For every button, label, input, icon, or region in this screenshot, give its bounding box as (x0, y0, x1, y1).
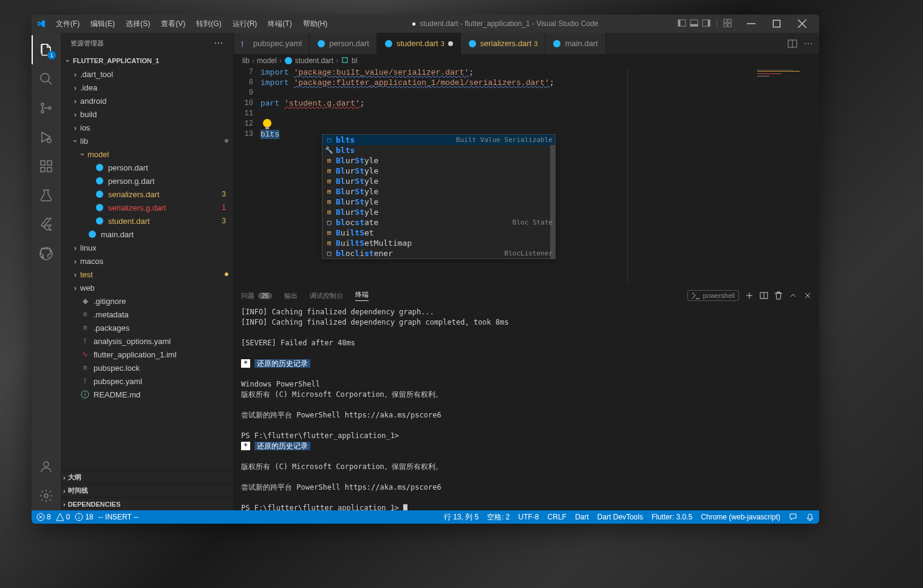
github-icon[interactable] (32, 239, 61, 268)
explorer-icon[interactable]: 1 (32, 35, 61, 64)
maximize-button[interactable] (765, 15, 789, 33)
editor-tab[interactable]: serializers.dart3 (461, 33, 546, 54)
account-icon[interactable] (32, 452, 61, 481)
sidebar-more-icon[interactable] (214, 38, 223, 49)
folder-item[interactable]: ›lib (61, 134, 233, 147)
split-terminal-icon[interactable] (760, 291, 768, 300)
minimize-button[interactable] (739, 15, 763, 33)
file-item[interactable]: ≡.packages (61, 321, 233, 334)
suggest-item[interactable]: ⊞BlurStyle (322, 155, 555, 166)
folder-item[interactable]: ›build (61, 107, 233, 121)
folder-item[interactable]: ›linux (61, 241, 233, 254)
panel-tab[interactable]: 输出 (284, 291, 298, 300)
editor-tab[interactable]: !pubspec.yaml (234, 33, 310, 54)
panel-tab[interactable]: 问题26 (241, 291, 272, 300)
menu-item[interactable]: 文件(F) (51, 16, 84, 32)
file-item[interactable]: !pubspec.yaml (61, 374, 233, 388)
sidebar-section[interactable]: ›DEPENDENCIES (61, 497, 233, 510)
suggest-item[interactable]: 🔧blts (322, 145, 555, 155)
file-item[interactable]: main.dart (61, 228, 233, 241)
file-item[interactable]: student.dart3 (61, 214, 233, 228)
folder-item[interactable]: ›.idea (61, 81, 233, 94)
source-control-icon[interactable] (32, 93, 61, 123)
suggest-item[interactable]: □blocstateBloc State (322, 217, 555, 228)
folder-item[interactable]: ›web (61, 281, 233, 294)
menu-item[interactable]: 终端(T) (263, 16, 296, 32)
menu-item[interactable]: 编辑(E) (86, 16, 120, 32)
file-item[interactable]: !analysis_options.yaml (61, 334, 233, 348)
folder-item[interactable]: ›.dart_tool (61, 67, 233, 81)
status-item[interactable]: CRLF (548, 513, 567, 521)
status-item[interactable]: UTF-8 (519, 513, 539, 521)
chevron-up-icon[interactable] (789, 291, 797, 300)
layout-icon[interactable] (690, 19, 698, 27)
folder-item[interactable]: ›macos (61, 254, 233, 268)
file-item[interactable]: person.g.dart (61, 174, 233, 188)
suggest-item[interactable]: ⊞BlurStyle (322, 166, 555, 176)
file-item[interactable]: ≡pubspec.lock (61, 361, 233, 374)
suggest-item[interactable]: □bltsBuilt Value Serializable (322, 135, 555, 145)
settings-icon[interactable] (32, 481, 61, 510)
bell-icon[interactable] (806, 513, 814, 521)
sidebar-section[interactable]: ›时间线 (61, 484, 233, 497)
suggest-widget[interactable]: □bltsBuilt Value Serializable🔧blts⊞BlurS… (322, 134, 556, 259)
testing-icon[interactable] (32, 181, 61, 210)
search-icon[interactable] (32, 64, 61, 93)
editor-tab[interactable]: student.dart3 (377, 33, 461, 54)
close-button[interactable] (790, 15, 814, 33)
split-editor-icon[interactable] (788, 39, 797, 49)
status-item[interactable]: Dart (575, 513, 589, 521)
suggest-item[interactable]: ⊞BuiltSetMultimap (322, 238, 555, 248)
folder-item[interactable]: ›ios (61, 121, 233, 134)
minimap[interactable] (752, 67, 819, 286)
layout-icon[interactable] (678, 19, 686, 27)
editor-tab[interactable]: person.dart (310, 33, 377, 54)
lightbulb-icon[interactable] (263, 119, 271, 127)
trash-icon[interactable] (774, 291, 783, 300)
file-item[interactable]: serializers.g.dart1 (61, 201, 233, 214)
close-panel-icon[interactable] (803, 291, 812, 300)
suggest-item[interactable]: ⊞BlurStyle (322, 186, 555, 197)
file-item[interactable]: ∿flutter_application_1.iml (61, 348, 233, 361)
folder-item[interactable]: ›model (61, 147, 233, 161)
panel-tab[interactable]: 调试控制台 (310, 291, 343, 300)
suggest-item[interactable]: □bloclistenerBlocListener (322, 248, 555, 259)
file-item[interactable]: ≡.metadata (61, 308, 233, 321)
status-item[interactable]: 空格: 2 (487, 512, 509, 522)
editor-tab[interactable]: main.dart (545, 33, 605, 54)
menu-item[interactable]: 查看(V) (156, 16, 190, 32)
status-item[interactable]: Flutter: 3.0.5 (652, 513, 692, 521)
breadcrumb[interactable]: lib›model›student.dart›bl (234, 54, 819, 67)
status-item[interactable]: Dart DevTools (598, 513, 643, 521)
sidebar-section[interactable]: ›大纲 (61, 470, 233, 484)
status-errors[interactable]: 8 (36, 513, 51, 521)
project-root[interactable]: › FLUTTER_APPLICATION_1 (61, 54, 233, 67)
more-icon[interactable] (803, 39, 813, 49)
suggest-item[interactable]: ⊞BlurStyle (322, 207, 555, 217)
file-item[interactable]: serializers.dart3 (61, 188, 233, 201)
menu-item[interactable]: 转到(G) (191, 16, 226, 32)
menu-item[interactable]: 帮助(H) (298, 16, 333, 32)
file-item[interactable]: iREADME.md (61, 388, 233, 401)
menu-item[interactable]: 运行(R) (228, 16, 262, 32)
terminal-shell-select[interactable]: powershell (687, 290, 739, 301)
terminal-output[interactable]: [INFO] Caching finalized dependency grap… (234, 305, 819, 510)
status-item[interactable]: Chrome (web-javascript) (701, 513, 780, 521)
feedback-icon[interactable] (789, 513, 797, 521)
layout-icon[interactable] (702, 19, 710, 27)
status-info[interactable]: 18 (75, 513, 93, 521)
folder-item[interactable]: ›android (61, 94, 233, 107)
new-terminal-icon[interactable] (745, 291, 754, 300)
status-item[interactable]: 行 13, 列 5 (444, 512, 479, 522)
extensions-icon[interactable] (32, 152, 61, 181)
status-warnings[interactable]: 0 (56, 513, 70, 521)
run-icon[interactable] (32, 123, 61, 152)
folder-item[interactable]: ›test (61, 268, 233, 281)
flutter-icon[interactable] (32, 210, 61, 239)
customize-layout-icon[interactable] (723, 19, 732, 27)
suggest-item[interactable]: ⊞BlurStyle (322, 176, 555, 186)
panel-tab[interactable]: 终端 (355, 290, 369, 301)
suggest-item[interactable]: ⊞BuiltSet (322, 228, 555, 238)
menu-item[interactable]: 选择(S) (121, 16, 155, 32)
file-item[interactable]: ◆.gitignore (61, 294, 233, 308)
